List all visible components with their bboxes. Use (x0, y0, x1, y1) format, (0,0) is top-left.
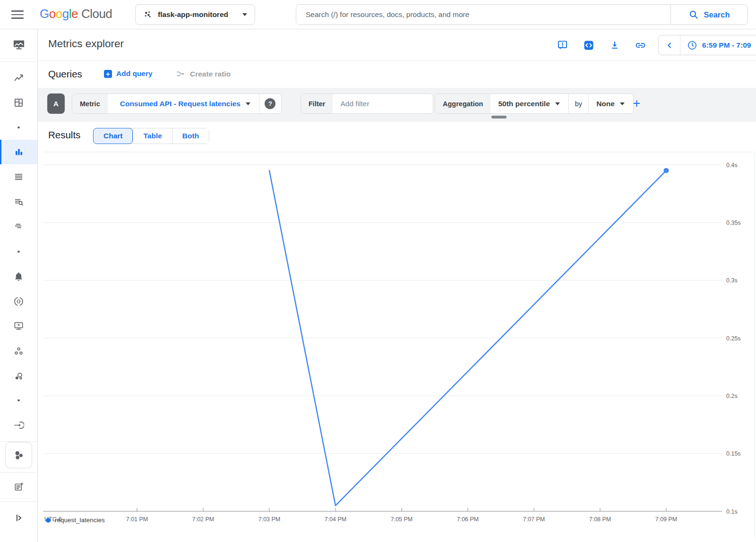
y-tick-label: 0.25s (726, 335, 741, 342)
project-selector[interactable]: flask-app-monitored (135, 4, 255, 25)
search-bar: Search (296, 4, 748, 25)
add-query-label: Add query (116, 69, 153, 78)
time-range-selector[interactable]: 6:59 PM - 7:09 (680, 40, 756, 51)
sidebar-collapse-toggle[interactable] (0, 508, 37, 528)
tab-chart[interactable]: Chart (93, 128, 133, 144)
time-range-text: 6:59 PM - 7:09 (702, 41, 751, 50)
query-builder: A Metric Consumed API - Request latencie… (38, 88, 756, 122)
share-link-button[interactable] (635, 39, 646, 51)
sidebar-item-services[interactable] (0, 291, 37, 312)
collapse-panel-icon (14, 513, 24, 523)
group-circles-icon (13, 346, 24, 356)
title-bar: Metrics explorer (38, 29, 756, 61)
sidebar-divider (0, 501, 37, 502)
x-tick-label: 7:08 PM (589, 516, 611, 523)
line-chart-icon (13, 72, 25, 84)
chevron-left-icon (666, 42, 673, 49)
logo-letter: o (49, 7, 56, 21)
dot-icon (17, 399, 20, 402)
sidebar-item-monitoring-home[interactable] (0, 34, 37, 55)
x-tick-label: 7:01 PM (126, 516, 148, 523)
sidebar-item-alerting[interactable] (0, 266, 37, 287)
sidebar-item-list[interactable] (0, 166, 37, 187)
add-aggregation-button[interactable]: + (627, 93, 647, 114)
y-tick-label: 0.2s (726, 393, 738, 399)
help-icon: ? (265, 98, 275, 109)
feedback-button[interactable] (557, 39, 568, 51)
y-tick-label: 0.4s (726, 162, 738, 169)
metric-dropdown[interactable]: Consumed API - Request latencies (108, 94, 259, 113)
chevron-down-icon (242, 13, 247, 16)
chart-plot[interactable]: 0.4s0.35s0.3s0.25s0.2s0.15s0.1s7:01 PM7:… (38, 149, 756, 542)
braces-circle-icon (13, 296, 24, 307)
metric-value: Consumed API - Request latencies (120, 100, 241, 108)
document-plus-icon (13, 482, 24, 492)
sidebar-nav (0, 29, 38, 542)
staggered-lines-icon (13, 221, 24, 232)
title-actions (557, 39, 646, 51)
view-toggle-group: Chart Table Both (93, 128, 209, 144)
queries-heading: Queries (48, 68, 82, 80)
download-button[interactable] (609, 39, 620, 51)
view-code-button[interactable] (583, 39, 594, 51)
sidebar-item-groups[interactable] (0, 340, 37, 361)
search-button[interactable]: Search (670, 5, 747, 25)
sidebar-divider (0, 61, 37, 62)
add-query-button[interactable]: + Add query (104, 69, 153, 78)
logo-letter: o (56, 7, 62, 21)
x-tick-label: 7:06 PM (457, 516, 479, 523)
x-tick-label: 7:04 PM (325, 516, 347, 523)
tab-table[interactable]: Table (133, 128, 172, 144)
chevron-down-icon (246, 102, 250, 105)
search-input[interactable] (296, 5, 670, 25)
sidebar-item-integrations[interactable] (0, 415, 37, 435)
logo-letter: G (40, 7, 49, 21)
sidebar-item-dashboards[interactable] (0, 92, 37, 113)
uptime-monitor-icon (13, 321, 24, 331)
tab-both[interactable]: Both (172, 128, 209, 144)
sidebar-item-metrics[interactable] (0, 68, 37, 88)
sidebar-section-dot (0, 390, 37, 411)
list-lines-icon (13, 171, 24, 182)
plus-icon: + (104, 70, 112, 78)
aggregation-dropdown[interactable]: 50th percentile (490, 94, 568, 113)
dashboard-grid-icon (13, 97, 24, 108)
create-ratio-button[interactable]: Create ratio (176, 69, 231, 79)
legend-item[interactable]: request_latencies (46, 517, 105, 524)
time-range-control: 6:59 PM - 7:09 (658, 35, 756, 55)
query-letter-badge[interactable]: A (47, 93, 65, 114)
y-tick-label: 0.35s (726, 220, 741, 226)
logo-letter: e (71, 7, 78, 21)
top-header: Google Cloud flask-app-monitored Search (0, 0, 756, 29)
link-icon (635, 39, 646, 51)
sidebar-item-metrics-explorer[interactable] (0, 140, 37, 164)
bar-chart-icon (13, 146, 25, 158)
search-button-label: Search (704, 10, 730, 19)
sidebar-item-trace-list[interactable] (0, 216, 37, 237)
sidebar-section-dot (0, 117, 37, 138)
x-tick-label: 7:07 PM (523, 516, 545, 523)
two-circles-icon (13, 371, 24, 381)
resize-drag-handle[interactable] (491, 116, 507, 119)
results-heading: Results (48, 129, 80, 141)
monitoring-logo-icon (12, 38, 26, 51)
x-tick-label: 7:02 PM (192, 516, 215, 523)
hexagon-cluster-icon (13, 449, 25, 461)
search-icon (688, 9, 699, 20)
metric-help-button[interactable]: ? (259, 94, 281, 113)
sidebar-item-uptime-checks[interactable] (0, 315, 37, 336)
sidebar-item-release-notes[interactable] (0, 476, 37, 497)
menu-hamburger-icon[interactable] (11, 9, 24, 20)
filter-label: Filter (301, 94, 333, 113)
filter-group: Filter (301, 93, 433, 114)
create-ratio-label: Create ratio (190, 70, 231, 78)
sidebar-item-pinned-product[interactable] (5, 442, 32, 468)
x-tick-label: 7:09 PM (655, 516, 678, 523)
filter-input[interactable] (333, 94, 433, 113)
sidebar-divider (0, 472, 37, 473)
sidebar-section-dot (0, 241, 37, 262)
clock-icon (687, 40, 697, 51)
time-range-collapse[interactable] (659, 35, 680, 55)
sidebar-item-log-search[interactable] (0, 191, 37, 212)
sidebar-item-detect[interactable] (0, 365, 37, 386)
